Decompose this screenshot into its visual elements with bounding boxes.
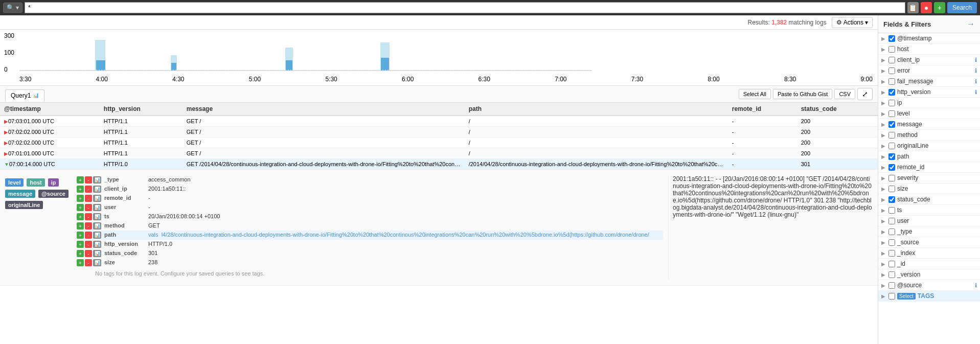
- plus-icon-btn[interactable]: +: [934, 2, 945, 13]
- field-checkbox-user[interactable]: [888, 218, 895, 224]
- field-checkbox-source[interactable]: [888, 239, 895, 246]
- field-checkbox-client-ip[interactable]: [888, 57, 895, 63]
- tag-level[interactable]: level: [5, 178, 24, 187]
- field-checkbox-ts[interactable]: [888, 207, 895, 214]
- sidebar-field-host[interactable]: ▶ host: [878, 44, 980, 55]
- field-chart-user[interactable]: 📊: [93, 204, 101, 211]
- sidebar-field-originalline[interactable]: ▶ originalLine: [878, 141, 980, 151]
- stop-icon-btn[interactable]: ●: [921, 2, 932, 13]
- field-chart-path[interactable]: 📊: [93, 232, 101, 239]
- sidebar-field-id[interactable]: ▶ _id: [878, 259, 980, 269]
- csv-button[interactable]: CSV: [834, 89, 855, 99]
- field-checkbox-status-code[interactable]: [888, 196, 895, 203]
- sidebar-field-path[interactable]: ▶ path: [878, 151, 980, 162]
- field-chart-status-code[interactable]: 📊: [93, 250, 101, 257]
- select-all-button[interactable]: Select All: [739, 89, 771, 99]
- field-chart-http-version[interactable]: 📊: [93, 241, 101, 248]
- actions-button[interactable]: ⚙ Actions ▾: [832, 17, 873, 28]
- sidebar-field-ip[interactable]: ▶ ip: [878, 98, 980, 108]
- field-chart-size[interactable]: 📊: [93, 259, 101, 266]
- sidebar-field-size[interactable]: ▶ size: [878, 184, 980, 194]
- field-minus-path[interactable]: -: [85, 232, 92, 239]
- field-checkbox-error[interactable]: [888, 67, 895, 74]
- sidebar-field-ts[interactable]: ▶ ts: [878, 205, 980, 216]
- field-checkbox-http-version[interactable]: [888, 89, 895, 96]
- sidebar-field-type[interactable]: ▶ _type: [878, 226, 980, 237]
- field-val-path[interactable]: vals l4/28/continuous-integration-and-cl…: [148, 232, 663, 238]
- field-minus-user[interactable]: -: [85, 204, 92, 211]
- expand-row-icon[interactable]: ▶: [4, 119, 8, 124]
- field-checkbox-message[interactable]: [888, 121, 895, 128]
- tag-source[interactable]: @source: [38, 190, 69, 198]
- field-minus-method[interactable]: -: [85, 222, 92, 230]
- field-checkbox-size[interactable]: [888, 186, 895, 192]
- sidebar-field-version[interactable]: ▶ _version: [878, 269, 980, 280]
- paste-to-gist-button[interactable]: Paste to Github Gist: [773, 89, 832, 99]
- field-checkbox-type[interactable]: [888, 228, 895, 235]
- sidebar-arrow[interactable]: →: [967, 19, 975, 29]
- sidebar-field-remote-id[interactable]: ▶ remote_id: [878, 162, 980, 173]
- field-checkbox-path[interactable]: [888, 153, 895, 160]
- sidebar-field-method[interactable]: ▶ method: [878, 130, 980, 141]
- field-chart-remote-id[interactable]: 📊: [93, 195, 101, 202]
- field-plus-path[interactable]: +: [77, 232, 84, 239]
- field-checkbox-version[interactable]: [888, 271, 895, 278]
- field-plus-type[interactable]: +: [77, 176, 84, 184]
- sidebar-field-status-code[interactable]: ▶ status_code: [878, 194, 980, 205]
- copy-icon-btn[interactable]: 📋: [907, 2, 919, 13]
- field-plus-user[interactable]: +: [77, 204, 84, 211]
- search-dropdown-btn[interactable]: 🔍 ▾: [3, 3, 22, 13]
- field-checkbox-remote-id[interactable]: [888, 164, 895, 171]
- search-input[interactable]: [25, 2, 905, 13]
- sidebar-field-error[interactable]: ▶ error ℹ: [878, 65, 980, 76]
- field-checkbox-timestamp[interactable]: [888, 35, 895, 42]
- field-minus-status-code[interactable]: -: [85, 250, 92, 257]
- sidebar-field-source[interactable]: ▶ _source: [878, 237, 980, 248]
- field-checkbox-severity[interactable]: [888, 175, 895, 181]
- sidebar-field-client-ip[interactable]: ▶ client_ip ℹ: [878, 55, 980, 65]
- field-plus-client-ip[interactable]: +: [77, 186, 84, 193]
- tab-query1[interactable]: Query1 📊: [5, 89, 44, 102]
- field-minus-client-ip[interactable]: -: [85, 186, 92, 193]
- field-plus-size[interactable]: +: [77, 259, 84, 266]
- search-button[interactable]: Search: [947, 2, 977, 13]
- field-plus-http-version[interactable]: +: [77, 241, 84, 248]
- tag-message[interactable]: message: [5, 190, 35, 198]
- field-minus-type[interactable]: -: [85, 176, 92, 184]
- field-chart-ts[interactable]: 📊: [93, 213, 101, 220]
- field-minus-remote-id[interactable]: -: [85, 195, 92, 202]
- field-checkbox-fail-message[interactable]: [888, 78, 895, 85]
- field-checkbox-originalline[interactable]: [888, 143, 895, 149]
- field-checkbox-method[interactable]: [888, 132, 895, 139]
- tag-originalline[interactable]: originalLine: [5, 201, 43, 209]
- field-checkbox-ip[interactable]: [888, 100, 895, 106]
- expand-row-icon[interactable]: ▶: [4, 140, 8, 146]
- sidebar-field-fail-message[interactable]: ▶ fail_message ℹ: [878, 76, 980, 87]
- sidebar-field-user[interactable]: ▶ user: [878, 216, 980, 226]
- info-icon-fail-message[interactable]: ℹ: [975, 78, 977, 85]
- sidebar-field-message[interactable]: ▶ message: [878, 119, 980, 130]
- sidebar-field-index[interactable]: ▶ _index: [878, 248, 980, 259]
- expand-button[interactable]: ⤢: [857, 88, 873, 100]
- sidebar-field-severity[interactable]: ▶ severity: [878, 173, 980, 184]
- field-chart-type[interactable]: 📊: [93, 176, 101, 184]
- tag-host[interactable]: host: [27, 178, 44, 187]
- field-plus-status-code[interactable]: +: [77, 250, 84, 257]
- field-minus-http-version[interactable]: -: [85, 241, 92, 248]
- field-minus-size[interactable]: -: [85, 259, 92, 266]
- collapse-row-icon[interactable]: ▼: [4, 162, 9, 167]
- field-plus-ts[interactable]: +: [77, 213, 84, 220]
- expand-row-icon[interactable]: ▶: [4, 129, 8, 135]
- sidebar-field-timestamp[interactable]: ▶ @timestamp: [878, 33, 980, 44]
- info-icon-http-version[interactable]: ℹ: [975, 89, 977, 96]
- info-icon-at-source[interactable]: ℹ: [975, 282, 977, 289]
- field-minus-ts[interactable]: -: [85, 213, 92, 220]
- field-plus-remote-id[interactable]: +: [77, 195, 84, 202]
- field-checkbox-at-source[interactable]: [888, 282, 895, 289]
- sidebar-field-at-source[interactable]: ▶ @source ℹ: [878, 280, 980, 291]
- field-checkbox-index[interactable]: [888, 250, 895, 257]
- field-chart-method[interactable]: 📊: [93, 222, 101, 230]
- field-checkbox-level[interactable]: [888, 110, 895, 117]
- info-icon-error[interactable]: ℹ: [975, 67, 977, 74]
- field-checkbox-host[interactable]: [888, 46, 895, 53]
